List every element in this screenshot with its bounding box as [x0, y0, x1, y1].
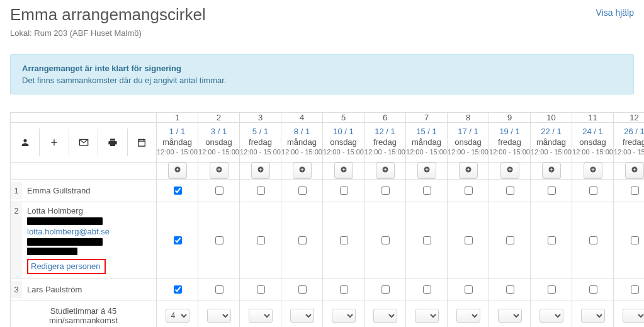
attendance-checkbox[interactable]: [215, 236, 223, 244]
add-session-button[interactable]: [210, 163, 229, 179]
add-session-button[interactable]: [542, 163, 561, 179]
study-hours-select[interactable]: 4: [332, 309, 356, 323]
attendance-checkbox[interactable]: [298, 236, 307, 244]
study-hours-select[interactable]: 4: [373, 309, 397, 323]
attendance-checkbox[interactable]: [381, 186, 390, 195]
session-header[interactable]: 1 / 1 måndag 12:00 - 15:00: [157, 123, 198, 163]
session-header[interactable]: 17 / 1 onsdag 12:00 - 15:00: [448, 123, 489, 163]
session-header[interactable]: 3 / 1 onsdag 12:00 - 15:00: [198, 123, 240, 163]
attendance-checkbox[interactable]: [423, 285, 431, 294]
attendance-checkbox[interactable]: [381, 236, 390, 244]
study-hours-select[interactable]: 4: [249, 309, 273, 323]
study-hours-select[interactable]: 4: [415, 309, 439, 323]
session-header[interactable]: 19 / 1 fredag 12:00 - 15:00: [489, 123, 531, 163]
attendance-checkbox[interactable]: [381, 285, 390, 294]
person-name[interactable]: Lars Paulström: [27, 285, 82, 294]
attendance-checkbox[interactable]: [548, 285, 556, 294]
add-session-button[interactable]: [376, 163, 395, 179]
attendance-cell: [406, 278, 448, 301]
session-header[interactable]: 26 / 1 fredag 12:00 - 15:00: [614, 123, 645, 163]
attendance-checkbox[interactable]: [589, 236, 597, 244]
mail-button[interactable]: [69, 129, 98, 156]
study-hours-select[interactable]: 4: [290, 309, 314, 323]
add-session-button[interactable]: [584, 163, 602, 179]
add-session-cell: [531, 163, 572, 180]
study-hours-select[interactable]: 4: [166, 309, 189, 323]
attendance-checkbox[interactable]: [423, 186, 431, 195]
add-session-button[interactable]: [334, 163, 353, 179]
attendance-checkbox[interactable]: [465, 285, 473, 294]
attendance-checkbox[interactable]: [340, 285, 348, 294]
add-session-button[interactable]: [625, 163, 644, 179]
attendance-checkbox[interactable]: [506, 236, 514, 244]
study-hours-select[interactable]: 4: [456, 309, 480, 323]
session-header[interactable]: 22 / 1 måndag 12:00 - 15:00: [531, 123, 572, 163]
calendar-button[interactable]: [128, 129, 156, 156]
session-number: 5: [323, 113, 364, 123]
attendance-cell: [364, 278, 406, 301]
add-session-cell: [489, 163, 531, 180]
edit-person-link[interactable]: Redigera personen: [27, 259, 106, 274]
attendance-checkbox[interactable]: [465, 186, 473, 195]
person-name[interactable]: Lotta Holmberg: [27, 206, 151, 215]
study-hours-select[interactable]: 4: [581, 309, 605, 323]
add-session-button[interactable]: [417, 163, 436, 179]
attendance-checkbox[interactable]: [506, 186, 514, 195]
person-name[interactable]: Emma Gullstrand: [27, 186, 90, 195]
alert-banner: Arrangemanget är inte klart för signerin…: [10, 54, 634, 95]
session-header[interactable]: 5 / 1 fredag 12:00 - 15:00: [240, 123, 281, 163]
study-hours-select[interactable]: 4: [498, 309, 522, 323]
add-session-button[interactable]: [168, 163, 187, 179]
add-button[interactable]: [40, 129, 69, 156]
attendance-checkbox[interactable]: [215, 285, 223, 294]
attendance-checkbox[interactable]: [174, 236, 182, 244]
study-hours-select[interactable]: 4: [207, 309, 231, 323]
session-header[interactable]: 24 / 1 onsdag 12:00 - 15:00: [572, 123, 614, 163]
session-time: 12:00 - 15:00: [281, 148, 322, 159]
attendance-checkbox[interactable]: [465, 236, 473, 244]
attendance-checkbox[interactable]: [174, 285, 182, 294]
add-session-button[interactable]: [500, 163, 519, 179]
session-time: 12:00 - 15:00: [614, 148, 644, 159]
attendance-checkbox[interactable]: [589, 285, 597, 294]
attendance-checkbox[interactable]: [340, 186, 348, 195]
session-header[interactable]: 15 / 1 måndag 12:00 - 15:00: [406, 123, 448, 163]
add-session-button[interactable]: [459, 163, 478, 179]
attendance-cell: [323, 202, 364, 278]
session-header[interactable]: 8 / 1 måndag 12:00 - 15:00: [281, 123, 323, 163]
session-time: 12:00 - 15:00: [364, 148, 405, 159]
session-date: 3 / 1: [198, 125, 239, 137]
attendance-checkbox[interactable]: [257, 186, 265, 195]
attendance-checkbox[interactable]: [257, 236, 265, 244]
attendance-checkbox[interactable]: [548, 186, 556, 195]
attendance-checkbox[interactable]: [631, 186, 639, 195]
attendance-checkbox[interactable]: [631, 285, 639, 294]
attendance-checkbox[interactable]: [340, 236, 348, 244]
attendance-checkbox[interactable]: [548, 236, 556, 244]
session-number: 2: [198, 113, 240, 123]
attendance-checkbox[interactable]: [506, 285, 514, 294]
attendance-checkbox[interactable]: [215, 186, 223, 195]
add-session-button[interactable]: [293, 163, 312, 179]
attendance-checkbox[interactable]: [631, 236, 639, 244]
attendance-checkbox[interactable]: [298, 285, 307, 294]
session-header[interactable]: 10 / 1 onsdag 12:00 - 15:00: [323, 123, 364, 163]
print-button[interactable]: [98, 129, 127, 156]
add-session-button[interactable]: [251, 163, 270, 179]
session-number: 3: [240, 113, 281, 123]
attendance-checkbox[interactable]: [257, 285, 265, 294]
attendance-checkbox[interactable]: [423, 236, 431, 244]
study-hours-select[interactable]: 4: [623, 309, 645, 323]
attendance-checkbox[interactable]: [174, 186, 182, 195]
study-hours-cell: 4: [157, 301, 198, 328]
session-header[interactable]: 12 / 1 fredag 12:00 - 15:00: [364, 123, 406, 163]
person-id-cell: 3 Lars Paulström: [11, 278, 157, 301]
session-number: 1: [157, 113, 198, 123]
attendance-cell: [281, 180, 323, 202]
attendance-checkbox[interactable]: [589, 186, 597, 195]
help-link[interactable]: Visa hjälp: [596, 8, 634, 18]
person-email[interactable]: lotta.holmberg@abf.se: [27, 227, 151, 236]
study-hours-select[interactable]: 4: [539, 309, 563, 323]
attendance-checkbox[interactable]: [298, 186, 307, 195]
person-button[interactable]: [11, 129, 40, 156]
